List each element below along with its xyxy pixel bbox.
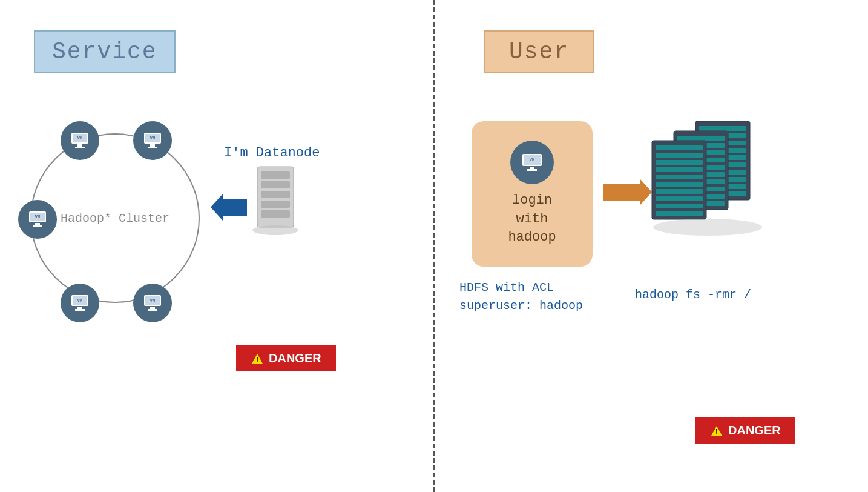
server-cluster-icon	[647, 121, 780, 242]
vm-node-top-left	[61, 121, 99, 160]
service-label: Service	[34, 30, 176, 73]
svg-rect-39	[656, 182, 703, 187]
svg-rect-4	[261, 191, 290, 198]
svg-rect-34	[656, 145, 703, 150]
left-panel: Service Hadoop* Cluster	[0, 0, 433, 492]
svg-text:!: !	[256, 356, 258, 364]
svg-rect-6	[261, 210, 290, 218]
svg-rect-43	[656, 211, 703, 216]
datanode-label: I'm Datanode	[224, 145, 320, 161]
vm-icon	[29, 211, 46, 227]
hdfs-line2: superuser: hadoop	[459, 299, 583, 313]
svg-marker-0	[211, 194, 247, 221]
vm-base	[75, 147, 85, 148]
cluster-area: Hadoop* Cluster	[18, 121, 224, 327]
server-tower-icon	[245, 161, 306, 245]
vm-node-bottom-right	[133, 284, 172, 322]
login-box: loginwithhadoop	[472, 121, 593, 267]
cluster-text: Hadoop* Cluster	[61, 211, 169, 225]
warning-icon-left: !	[251, 352, 264, 365]
svg-point-7	[252, 225, 298, 235]
svg-rect-36	[656, 160, 703, 165]
svg-text:!: !	[715, 428, 718, 436]
svg-marker-10	[603, 179, 652, 205]
danger-text-left: DANGER	[269, 351, 321, 365]
vm-screen	[29, 211, 46, 222]
danger-badge-left: ! DANGER	[236, 345, 336, 371]
svg-rect-35	[656, 153, 703, 158]
danger-text-right: DANGER	[728, 424, 781, 437]
user-label: User	[484, 30, 594, 73]
svg-rect-3	[261, 181, 290, 188]
vm-icon	[71, 133, 88, 148]
svg-rect-12	[699, 126, 746, 131]
vm-screen	[144, 133, 161, 144]
vm-node-bottom-left	[61, 284, 99, 322]
vm-icon	[144, 295, 161, 311]
hadoop-cmd: hadoop fs -rmr /	[635, 288, 751, 302]
vm-base	[75, 309, 85, 311]
vm-node-left	[18, 200, 57, 239]
vm-base	[148, 147, 157, 148]
svg-rect-23	[677, 136, 725, 141]
main-layout: Service Hadoop* Cluster	[0, 0, 868, 492]
svg-point-44	[653, 219, 762, 236]
vm-screen	[71, 295, 88, 306]
vm-base	[148, 309, 157, 311]
vm-icon	[71, 295, 88, 311]
vm-node-login	[510, 141, 554, 184]
vm-base-login	[527, 169, 537, 171]
svg-rect-38	[656, 175, 703, 179]
login-text: loginwithhadoop	[508, 191, 556, 247]
vm-screen-login	[522, 154, 542, 166]
vm-icon-login	[522, 154, 542, 171]
svg-rect-42	[656, 204, 703, 208]
right-panel: User loginwithhadoop	[435, 0, 868, 492]
svg-rect-41	[656, 196, 703, 201]
arrow-right-icon	[603, 179, 652, 205]
svg-rect-40	[656, 189, 703, 194]
vm-base	[33, 225, 42, 227]
svg-rect-2	[261, 171, 290, 179]
vm-screen	[71, 133, 88, 144]
svg-rect-5	[261, 201, 290, 208]
warning-icon-right: !	[710, 424, 723, 437]
vm-node-top-right	[133, 121, 172, 160]
danger-badge-right: ! DANGER	[695, 417, 795, 444]
hdfs-line1: HDFS with ACL	[459, 281, 554, 294]
server-cluster	[647, 121, 780, 245]
arrow-left-icon	[211, 194, 247, 221]
vm-icon	[144, 133, 161, 148]
hdfs-text: HDFS with ACL superuser: hadoop	[459, 279, 583, 315]
vm-screen	[144, 295, 161, 306]
svg-rect-37	[656, 167, 703, 172]
